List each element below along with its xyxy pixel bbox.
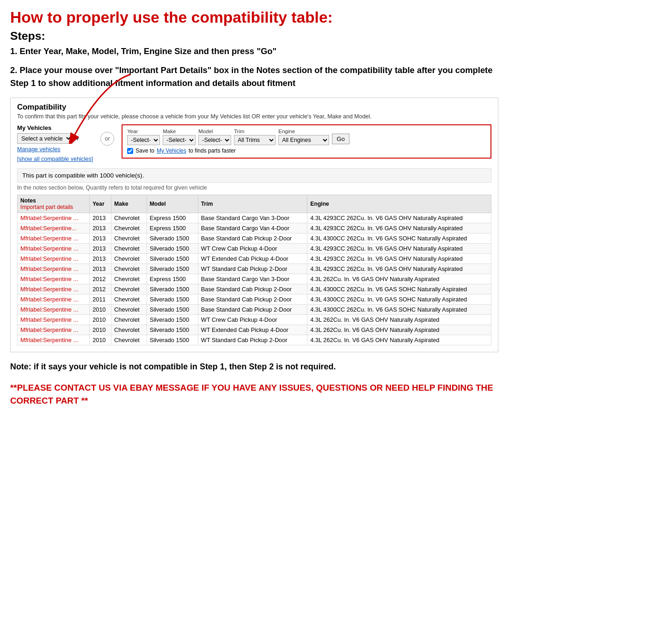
compat-title: Compatibility bbox=[17, 103, 491, 112]
data-cell: Silverado 1500 bbox=[147, 315, 198, 325]
data-cell: Silverado 1500 bbox=[147, 335, 198, 345]
show-all-link[interactable]: [show all compatible vehicles] bbox=[17, 156, 93, 162]
qty-note: In the notes section below, Quantity ref… bbox=[17, 184, 491, 191]
ymm-section: Year -Select- Make -Select- Model bbox=[122, 124, 491, 159]
make-field: Make -Select- bbox=[163, 129, 196, 145]
notes-cell: Mfrlabel:Serpentine ... bbox=[18, 335, 90, 345]
data-cell: Base Standard Cab Pickup 2-Door bbox=[198, 305, 307, 315]
data-cell: 4.3L 4300CC 262Cu. In. V6 GAS SOHC Natur… bbox=[307, 284, 491, 294]
data-cell: Silverado 1500 bbox=[147, 254, 198, 264]
data-cell: 2013 bbox=[90, 223, 111, 233]
data-cell: Base Standard Cab Pickup 2-Door bbox=[198, 294, 307, 305]
data-cell: 4.3L 4293CC 262Cu. In. V6 GAS OHV Natura… bbox=[307, 244, 491, 254]
table-row: Mfrlabel:Serpentine ...2013ChevroletExpr… bbox=[18, 213, 491, 223]
table-row: Mfrlabel:Serpentine ...2013ChevroletSilv… bbox=[18, 233, 491, 244]
trim-select[interactable]: All Trims bbox=[234, 135, 276, 145]
data-cell: 4.3L 4293CC 262Cu. In. V6 GAS OHV Natura… bbox=[307, 213, 491, 223]
data-cell: 2012 bbox=[90, 284, 111, 294]
model-select[interactable]: -Select- bbox=[198, 135, 231, 145]
compatibility-box: Compatibility To confirm that this part … bbox=[10, 98, 498, 352]
save-checkbox[interactable] bbox=[127, 148, 133, 154]
steps-heading: Steps: bbox=[10, 30, 498, 43]
data-cell: Chevrolet bbox=[111, 274, 147, 284]
data-cell: 2013 bbox=[90, 264, 111, 274]
select-dropdown-arrow: ▼ bbox=[74, 135, 80, 142]
table-row: Mfrlabel:Serpentine ...2010ChevroletSilv… bbox=[18, 335, 491, 345]
trim-label: Trim bbox=[234, 129, 276, 134]
data-cell: Express 1500 bbox=[147, 213, 198, 223]
col-year: Year bbox=[90, 195, 111, 213]
data-cell: 2011 bbox=[90, 294, 111, 305]
data-cell: 4.3L 4293CC 262Cu. In. V6 GAS OHV Natura… bbox=[307, 254, 491, 264]
data-cell: Express 1500 bbox=[147, 223, 198, 233]
table-row: Mfrlabel:Serpentine ...2010ChevroletSilv… bbox=[18, 325, 491, 335]
table-row: Mfrlabel:Serpentine...2013ChevroletExpre… bbox=[18, 223, 491, 233]
data-cell: 4.3L 4300CC 262Cu. In. V6 GAS SOHC Natur… bbox=[307, 233, 491, 244]
table-row: Mfrlabel:Serpentine ...2010ChevroletSilv… bbox=[18, 315, 491, 325]
notes-cell: Mfrlabel:Serpentine ... bbox=[18, 274, 90, 284]
notes-cell: Mfrlabel:Serpentine... bbox=[18, 223, 90, 233]
make-label: Make bbox=[163, 129, 196, 134]
notes-cell: Mfrlabel:Serpentine ... bbox=[18, 264, 90, 274]
data-cell: Chevrolet bbox=[111, 335, 147, 345]
data-cell: Chevrolet bbox=[111, 264, 147, 274]
engine-select[interactable]: All Engines bbox=[278, 135, 329, 145]
save-suffix: to finds parts faster bbox=[189, 147, 236, 154]
compat-notice: This part is compatible with 1000 vehicl… bbox=[17, 168, 491, 183]
save-row: Save to My Vehicles to finds parts faste… bbox=[127, 147, 486, 154]
engine-field: Engine All Engines bbox=[278, 129, 329, 145]
data-cell: Silverado 1500 bbox=[147, 233, 198, 244]
compat-notice-text: This part is compatible with 1000 vehicl… bbox=[22, 172, 144, 179]
notes-cell: Mfrlabel:Serpentine ... bbox=[18, 315, 90, 325]
data-cell: WT Crew Cab Pickup 4-Door bbox=[198, 244, 307, 254]
trim-field: Trim All Trims bbox=[234, 129, 276, 145]
data-cell: 4.3L 4300CC 262Cu. In. V6 GAS SOHC Natur… bbox=[307, 294, 491, 305]
data-cell: Express 1500 bbox=[147, 274, 198, 284]
contact-text: **PLEASE CONTACT US VIA EBAY MESSAGE IF … bbox=[10, 381, 498, 408]
note-text: Note: if it says your vehicle is not com… bbox=[10, 361, 498, 373]
compat-subtitle: To confirm that this part fits your vehi… bbox=[17, 113, 491, 120]
data-cell: WT Extended Cab Pickup 4-Door bbox=[198, 254, 307, 264]
year-select[interactable]: -Select- bbox=[127, 135, 160, 145]
make-select[interactable]: -Select- bbox=[163, 135, 196, 145]
col-trim: Trim bbox=[198, 195, 307, 213]
step2-text: 2. Place your mouse over "Important Part… bbox=[10, 64, 498, 89]
data-cell: Silverado 1500 bbox=[147, 284, 198, 294]
data-cell: 2013 bbox=[90, 213, 111, 223]
notes-cell: Mfrlabel:Serpentine ... bbox=[18, 254, 90, 264]
data-cell: 2013 bbox=[90, 254, 111, 264]
data-cell: Chevrolet bbox=[111, 284, 147, 294]
data-cell: Chevrolet bbox=[111, 223, 147, 233]
data-cell: Chevrolet bbox=[111, 254, 147, 264]
go-button[interactable]: Go bbox=[332, 134, 349, 144]
data-cell: Silverado 1500 bbox=[147, 294, 198, 305]
data-cell: Chevrolet bbox=[111, 244, 147, 254]
data-cell: 4.3L 4300CC 262Cu. In. V6 GAS SOHC Natur… bbox=[307, 305, 491, 315]
data-cell: Chevrolet bbox=[111, 325, 147, 335]
data-cell: Base Standard Cab Pickup 2-Door bbox=[198, 233, 307, 244]
my-vehicles-select[interactable]: Select a vehicle bbox=[17, 133, 73, 144]
data-cell: WT Extended Cab Pickup 4-Door bbox=[198, 325, 307, 335]
save-text: Save to bbox=[135, 147, 154, 154]
data-cell: Chevrolet bbox=[111, 213, 147, 223]
data-cell: 2010 bbox=[90, 325, 111, 335]
col-model: Model bbox=[147, 195, 198, 213]
data-cell: 4.3L 262Cu. In. V6 GAS OHV Naturally Asp… bbox=[307, 315, 491, 325]
col-engine: Engine bbox=[307, 195, 491, 213]
table-row: Mfrlabel:Serpentine ...2011ChevroletSilv… bbox=[18, 294, 491, 305]
data-cell: 2013 bbox=[90, 233, 111, 244]
data-cell: Chevrolet bbox=[111, 305, 147, 315]
main-title: How to properly use the compatibility ta… bbox=[10, 8, 498, 27]
notes-cell: Mfrlabel:Serpentine ... bbox=[18, 294, 90, 305]
manage-vehicles-link[interactable]: Manage vehicles bbox=[17, 146, 93, 153]
data-cell: 4.3L 4293CC 262Cu. In. V6 GAS OHV Natura… bbox=[307, 264, 491, 274]
model-label: Model bbox=[198, 129, 231, 134]
data-cell: WT Standard Cab Pickup 2-Door bbox=[198, 264, 307, 274]
notes-cell: Mfrlabel:Serpentine ... bbox=[18, 325, 90, 335]
my-vehicles-label: My Vehicles bbox=[17, 124, 93, 131]
my-vehicles-link[interactable]: My Vehicles bbox=[157, 147, 186, 154]
data-cell: Silverado 1500 bbox=[147, 325, 198, 335]
data-cell: 4.3L 262Cu. In. V6 GAS OHV Naturally Asp… bbox=[307, 325, 491, 335]
my-vehicles-section: My Vehicles Select a vehicle ▼ Manage ve… bbox=[17, 124, 93, 163]
notes-cell: Mfrlabel:Serpentine ... bbox=[18, 244, 90, 254]
